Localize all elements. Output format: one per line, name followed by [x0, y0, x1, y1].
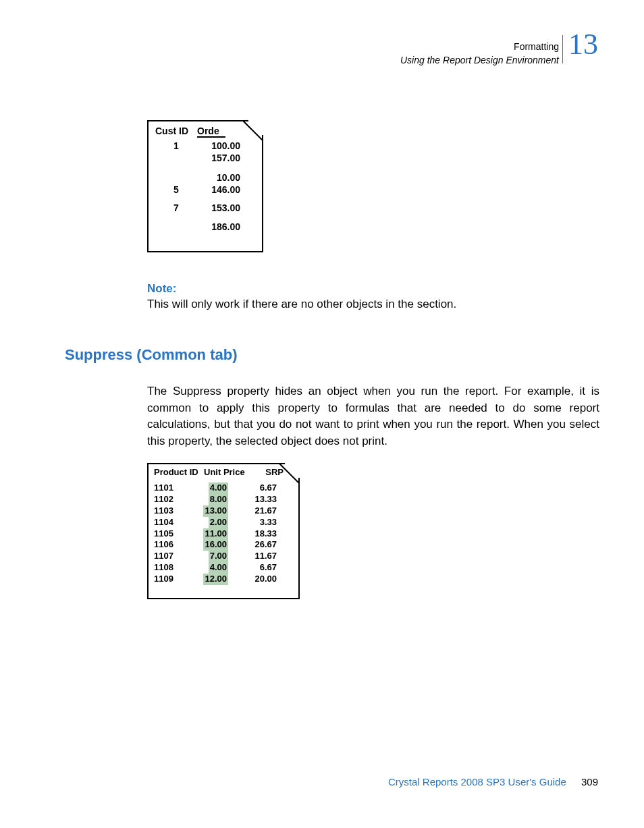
fig2-cell: 12.00 — [186, 574, 228, 585]
figure-custid-orders: Cust ID Orde 1 100.00 157.00 10.00 5 146… — [147, 120, 263, 252]
figure-product-table: Product ID Unit Price SRP 1101 4.00 6.67… — [147, 463, 300, 599]
footer-title: Crystal Reports 2008 SP3 User's Guide — [388, 776, 566, 788]
table-row: 1107 7.00 11.67 — [154, 551, 293, 562]
fig2-cell: 1103 — [154, 505, 186, 517]
dog-ear-icon — [285, 463, 300, 478]
table-row: 1106 16.00 26.67 — [154, 539, 293, 551]
table-row: 1103 13.00 21.67 — [154, 505, 293, 517]
fig2-cell: 1108 — [154, 562, 186, 574]
note-block: Note: This will only work if there are n… — [147, 282, 593, 312]
fig2-cell: 4.00 — [186, 562, 228, 574]
fig1-cell: 153.00 — [197, 202, 240, 215]
table-row: 1105 11.00 18.33 — [154, 528, 293, 540]
table-row: 1104 2.00 3.33 — [154, 517, 293, 528]
header-divider — [562, 35, 563, 63]
fig2-cell: 1106 — [154, 539, 186, 551]
fig2-cell: 1105 — [154, 528, 186, 540]
fig2-cell: 21.67 — [228, 505, 277, 517]
table-row: 1102 8.00 13.33 — [154, 494, 293, 505]
fig1-cell: 10.00 — [197, 172, 240, 184]
fig2-cell: 11.00 — [186, 528, 228, 540]
fig1-cell: 1 — [155, 140, 197, 153]
table-row: 1 100.00 — [155, 140, 255, 153]
fig1-cell: 146.00 — [197, 184, 240, 196]
fig2-cell: 2.00 — [186, 517, 228, 528]
table-row: 7 153.00 — [155, 202, 255, 215]
fig2-cell: 13.33 — [228, 494, 277, 505]
fig1-cell: 5 — [155, 184, 197, 196]
fig1-cell: 157.00 — [197, 153, 240, 165]
breadcrumb-top: Formatting — [400, 40, 559, 54]
fig2-header-srp: SRP — [250, 467, 284, 477]
fig1-cell: 7 — [155, 202, 197, 215]
fig2-cell: 3.33 — [228, 517, 277, 528]
fig2-cell: 20.00 — [228, 574, 277, 585]
fig2-cell: 1109 — [154, 574, 186, 585]
footer-page-number: 309 — [581, 776, 598, 788]
fig2-cell: 11.67 — [228, 551, 277, 562]
fig1-cell: 100.00 — [197, 140, 240, 153]
fig1-header-custid: Cust ID — [155, 126, 197, 138]
fig2-cell: 8.00 — [186, 494, 228, 505]
fig2-cell: 1101 — [154, 482, 186, 494]
table-row: 1101 4.00 6.67 — [154, 482, 293, 494]
fig1-cell — [155, 172, 197, 184]
breadcrumb-bottom: Using the Report Design Environment — [400, 54, 559, 67]
fig1-header-orde: Orde — [197, 126, 225, 138]
fig2-cell: 6.67 — [228, 482, 277, 494]
table-row: 5 146.00 — [155, 184, 255, 196]
note-label: Note: — [147, 282, 593, 296]
table-row: 1108 4.00 6.67 — [154, 562, 293, 574]
page-footer: Crystal Reports 2008 SP3 User's Guide 30… — [388, 776, 598, 788]
fig2-cell: 1107 — [154, 551, 186, 562]
table-row: 10.00 — [155, 172, 255, 184]
fig2-cell: 26.67 — [228, 539, 277, 551]
fig2-cell: 1104 — [154, 517, 186, 528]
fig2-cell: 6.67 — [228, 562, 277, 574]
fig2-header-unitprice: Unit Price — [204, 467, 250, 477]
chapter-number: 13 — [568, 30, 598, 59]
dog-ear-icon — [248, 120, 263, 135]
fig1-cell — [155, 221, 197, 233]
note-text: This will only work if there are no othe… — [147, 297, 593, 312]
fig2-cell: 1102 — [154, 494, 186, 505]
section-heading: Suppress (Common tab) — [65, 346, 237, 364]
fig2-header-productid: Product ID — [154, 467, 204, 477]
table-row: 1109 12.00 20.00 — [154, 574, 293, 585]
fig1-cell — [155, 153, 197, 165]
fig2-cell: 13.00 — [186, 505, 228, 517]
header-breadcrumb: Formatting Using the Report Design Envir… — [400, 40, 559, 66]
fig2-cell: 16.00 — [186, 539, 228, 551]
fig2-cell: 18.33 — [228, 528, 277, 540]
fig1-cell: 186.00 — [197, 221, 240, 233]
table-row: 157.00 — [155, 153, 255, 165]
body-paragraph: The Suppress property hides an object wh… — [147, 383, 599, 450]
fig2-cell: 7.00 — [186, 551, 228, 562]
fig2-cell: 4.00 — [186, 482, 228, 494]
table-row: 186.00 — [155, 221, 255, 233]
